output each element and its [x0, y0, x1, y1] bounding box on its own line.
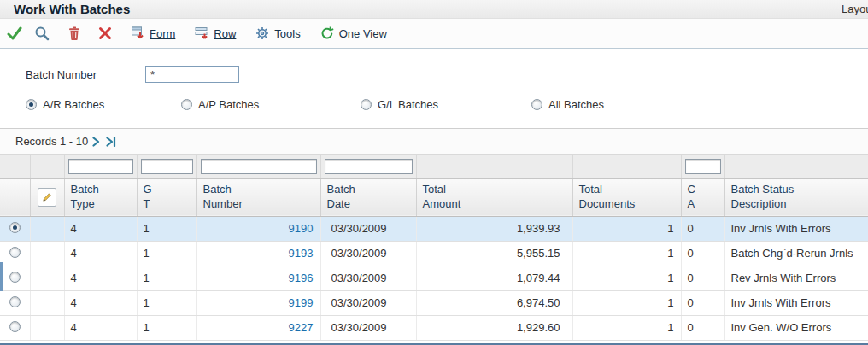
qbe-input-gt[interactable]	[141, 159, 193, 174]
col-header-gt[interactable]: GT	[137, 178, 196, 216]
find-button[interactable]	[34, 26, 50, 41]
radio-icon	[361, 99, 372, 110]
cell-total-amount: 1,929.60	[416, 315, 572, 340]
toolbar: Form Row Tools One View	[0, 19, 868, 49]
batch-number-link[interactable]: 9193	[289, 247, 314, 260]
qbe-cell	[137, 155, 196, 178]
grid-row-1[interactable]: 4 1 9193 03/30/2009 5,955.15 1 0 Batch C…	[0, 241, 868, 266]
cell-batch-status: Inv Jrnls With Errors	[724, 216, 868, 241]
records-count: Records 1 - 10	[15, 135, 88, 148]
batch-number-link[interactable]: 9227	[289, 321, 314, 334]
batch-filter-radio-3[interactable]: All Batches	[531, 98, 604, 111]
batch-filter-radio-1[interactable]: A/P Batches	[181, 98, 361, 111]
cell-total-amount: 1,939.93	[416, 216, 572, 241]
cell-batch-status: Rev Jrnls With Errors	[724, 266, 868, 290]
cell-gt: 1	[137, 290, 196, 315]
qbe-cell	[416, 155, 572, 178]
cell-row-select	[0, 241, 30, 266]
cell-batch-status: Batch Chg`d-Rerun Jrnls	[724, 241, 868, 266]
tools-menu-label: Tools	[274, 27, 300, 40]
cell-total-amount: 5,955.15	[416, 241, 572, 266]
qbe-cell	[724, 155, 868, 178]
cell-gt: 1	[137, 315, 196, 340]
row-menu-label: Row	[214, 27, 236, 40]
batch-filter-radio-2[interactable]: G/L Batches	[361, 98, 531, 111]
cell-batch-number: 9193	[196, 241, 320, 266]
qbe-cell	[681, 155, 724, 178]
cell-total-amount: 6,974.50	[416, 290, 572, 315]
cell-ca: 0	[681, 290, 724, 315]
qbe-input-batch-type[interactable]	[68, 159, 133, 174]
select-button[interactable]	[7, 26, 22, 41]
cell-edit	[30, 290, 64, 315]
col-header-batch-type[interactable]: BatchType	[64, 178, 137, 216]
batch-type-radio-group: A/R Batches A/P Batches G/L Batches All …	[26, 98, 604, 111]
left-scroll-indicator	[0, 262, 3, 291]
col-header-batch-date[interactable]: BatchDate	[320, 178, 416, 216]
cell-gt: 1	[137, 216, 196, 241]
next-page-button[interactable]	[88, 134, 103, 149]
row-select-radio-4[interactable]	[9, 321, 21, 332]
form-menu-button[interactable]: Form	[130, 26, 175, 41]
batch-filter-radio-0[interactable]: A/R Batches	[26, 98, 181, 111]
qbe-input-batch-number[interactable]	[201, 159, 317, 174]
row-select-radio-0[interactable]	[9, 222, 21, 233]
radio-label: All Batches	[548, 98, 604, 111]
batch-number-link[interactable]: 9196	[289, 272, 314, 284]
cell-total-documents: 1	[572, 290, 681, 315]
cell-total-documents: 1	[572, 241, 681, 266]
batch-number-link[interactable]: 9199	[289, 296, 314, 309]
row-select-radio-2[interactable]	[9, 272, 21, 283]
qbe-input-batch-date[interactable]	[325, 159, 413, 174]
last-page-icon	[105, 137, 117, 147]
batches-grid: BatchType GT BatchNumber BatchDate Total…	[0, 155, 868, 341]
radio-label: A/R Batches	[43, 98, 104, 111]
one-view-menu-button[interactable]: One View	[320, 26, 387, 41]
col-header-batch-status[interactable]: Batch StatusDescription	[724, 178, 868, 216]
layout-link[interactable]: Layout	[842, 3, 868, 15]
cell-total-documents: 1	[572, 315, 681, 340]
cell-row-select	[0, 315, 30, 340]
col-header-ca[interactable]: CA	[681, 178, 724, 216]
last-page-button[interactable]	[103, 134, 119, 149]
batch-number-link[interactable]: 9190	[289, 222, 314, 235]
row-select-radio-1[interactable]	[9, 247, 21, 258]
batch-number-field-row: Batch Number	[26, 66, 239, 83]
cell-batch-date: 03/30/2009	[320, 290, 416, 315]
cell-total-documents: 1	[572, 266, 681, 290]
batch-number-input[interactable]	[145, 66, 239, 83]
one-view-icon	[320, 26, 335, 41]
cell-edit	[30, 266, 64, 290]
grid-row-0[interactable]: 4 1 9190 03/30/2009 1,939.93 1 0 Inv Jrn…	[0, 216, 868, 241]
title-bar: Work With Batches Layout	[0, 0, 868, 19]
col-header-edit[interactable]	[30, 178, 64, 216]
cell-batch-status: Inv Jrnls With Errors	[724, 290, 868, 315]
row-select-radio-3[interactable]	[9, 296, 21, 307]
grid-row-4[interactable]: 4 1 9227 03/30/2009 1,929.60 1 0 Inv Gen…	[0, 315, 868, 340]
cell-batch-date: 03/30/2009	[320, 315, 416, 340]
cell-gt: 1	[137, 266, 196, 290]
radio-label: A/P Batches	[198, 98, 259, 111]
close-button[interactable]	[97, 26, 113, 41]
radio-icon	[531, 99, 542, 110]
qbe-cell	[30, 155, 64, 178]
tools-menu-button[interactable]: Tools	[255, 26, 300, 41]
col-header-total-documents[interactable]: TotalDocuments	[572, 178, 681, 216]
cell-total-amount: 1,079.44	[416, 266, 572, 290]
qbe-cell	[320, 155, 416, 178]
grid-row-2[interactable]: 4 1 9196 03/30/2009 1,079.44 1 0 Rev Jrn…	[0, 266, 868, 290]
col-header-batch-number[interactable]: BatchNumber	[196, 178, 320, 216]
form-menu-label: Form	[150, 27, 175, 40]
next-page-icon	[91, 137, 101, 147]
cell-ca: 0	[681, 266, 724, 290]
cell-ca: 0	[681, 315, 724, 340]
col-header-total-amount[interactable]: TotalAmount	[416, 178, 572, 216]
batch-number-label: Batch Number	[26, 68, 145, 81]
grid-row-3[interactable]: 4 1 9199 03/30/2009 6,974.50 1 0 Inv Jrn…	[0, 290, 868, 315]
qbe-input-ca[interactable]	[685, 159, 721, 174]
row-menu-button[interactable]: Row	[194, 26, 236, 41]
qbe-cell	[0, 155, 30, 178]
delete-button[interactable]	[67, 26, 82, 41]
pencil-icon	[38, 188, 56, 207]
form-icon	[130, 26, 145, 41]
